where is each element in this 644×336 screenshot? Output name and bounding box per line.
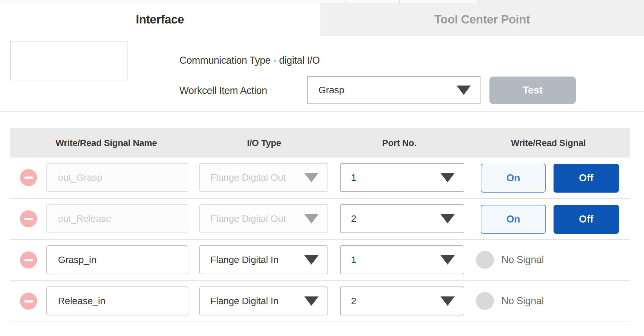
column-header-io-type: I/O Type (247, 128, 281, 158)
divider (10, 280, 630, 281)
signal-off-button[interactable]: Off (554, 164, 619, 193)
divider (0, 111, 644, 112)
divider (10, 239, 630, 240)
table-row: Flange Digital In 1 No Signal (0, 245, 644, 274)
port-no-select[interactable]: 1 (340, 163, 464, 192)
workcell-item-action-label: Workcell Item Action (179, 85, 267, 96)
divider (10, 198, 630, 199)
table-row: Flange Digital Out 2 On Off (0, 204, 644, 233)
chevron-down-icon (304, 255, 318, 265)
column-header-signal: Write/Read Signal (511, 128, 586, 158)
minus-icon (24, 218, 33, 220)
io-type-select[interactable]: Flange Digital In (199, 286, 328, 315)
signal-name-input[interactable] (46, 286, 188, 315)
chevron-down-icon (440, 173, 455, 182)
table-header: Write/Read Signal Name I/O Type Port No.… (10, 128, 630, 158)
workcell-item-action-select[interactable]: Grasp (308, 76, 480, 104)
io-type-select[interactable]: Flange Digital In (199, 245, 328, 274)
chevron-down-icon (304, 214, 318, 223)
signal-status-icon (476, 292, 494, 310)
io-type-value: Flange Digital In (210, 295, 279, 306)
chevron-down-icon (457, 86, 471, 95)
top-edge-strip (0, 0, 644, 3)
io-type-select: Flange Digital Out (199, 163, 328, 192)
signal-status-icon (476, 251, 494, 269)
minus-icon (24, 300, 33, 303)
divider (346, 0, 346, 3)
signal-name-input[interactable] (46, 245, 188, 274)
tool-image-placeholder (10, 41, 128, 80)
port-no-select[interactable]: 2 (340, 286, 464, 315)
table-row: Flange Digital In 2 No Signal (0, 286, 644, 315)
port-no-select[interactable]: 2 (340, 204, 464, 233)
chevron-down-icon (304, 173, 318, 182)
minus-icon (24, 259, 33, 261)
top-strip-gray-segment (478, 0, 644, 3)
remove-row-button[interactable] (20, 210, 37, 227)
io-type-value: Flange Digital Out (210, 213, 286, 224)
chevron-down-icon (304, 296, 318, 306)
port-no-value: 2 (351, 213, 356, 224)
chevron-down-icon (440, 255, 455, 265)
remove-row-button[interactable] (20, 169, 37, 186)
signal-on-button[interactable]: On (481, 205, 546, 234)
remove-row-button[interactable] (20, 293, 37, 310)
io-type-value: Flange Digital In (210, 254, 279, 265)
signal-name-input (46, 163, 188, 192)
chevron-down-icon (440, 296, 455, 306)
signal-status-label: No Signal (501, 286, 544, 315)
column-header-signal-name: Write/Read Signal Name (56, 128, 157, 158)
tab-interface[interactable]: Interface (0, 3, 320, 36)
tab-tool-center-point-label: Tool Center Point (434, 13, 530, 26)
port-no-value: 2 (351, 295, 356, 306)
chevron-down-icon (440, 214, 455, 223)
signal-off-button[interactable]: Off (554, 205, 619, 234)
remove-row-button[interactable] (20, 251, 37, 268)
test-button[interactable]: Test (489, 77, 576, 104)
divider (478, 0, 478, 3)
minus-icon (24, 177, 33, 179)
tab-tool-center-point[interactable]: Tool Center Point (320, 3, 644, 36)
workcell-item-action-value: Grasp (318, 85, 344, 95)
tool-settings-screen: Interface Tool Center Point Communicatio… (0, 0, 644, 336)
communication-type-label: Communication Type - digital I/O (179, 55, 320, 66)
divider (399, 0, 400, 3)
column-header-port-no: Port No. (382, 128, 416, 158)
port-no-select[interactable]: 1 (340, 245, 464, 274)
tab-interface-label: Interface (136, 13, 184, 26)
signal-name-input (46, 204, 188, 233)
port-no-value: 1 (351, 254, 356, 265)
signal-status-label: No Signal (501, 245, 544, 274)
port-no-value: 1 (351, 172, 356, 183)
table-row: Flange Digital Out 1 On Off (0, 163, 644, 192)
divider (10, 322, 630, 322)
io-type-select: Flange Digital Out (199, 204, 328, 233)
signal-on-button[interactable]: On (481, 164, 546, 193)
io-type-value: Flange Digital Out (210, 172, 286, 183)
